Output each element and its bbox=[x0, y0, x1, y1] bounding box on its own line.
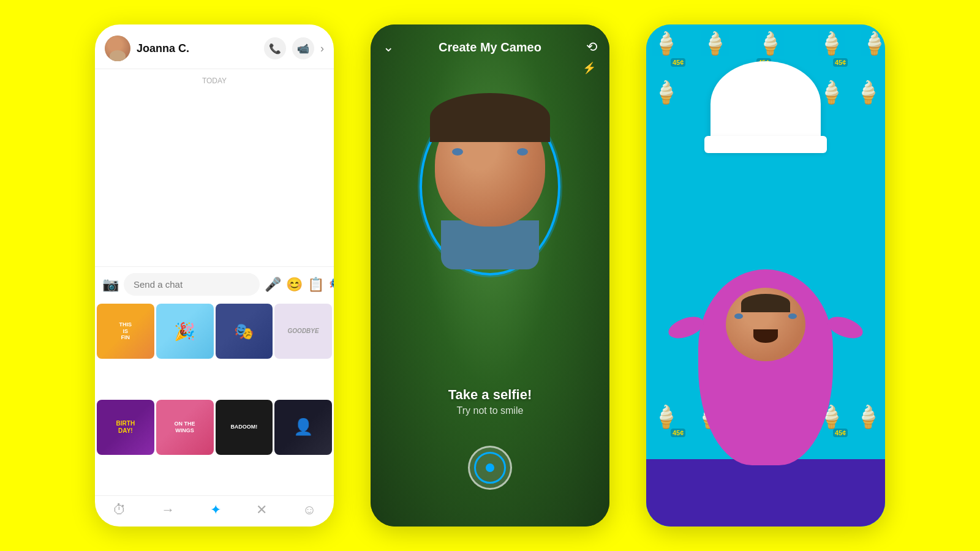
rotate-icon[interactable]: ⟲ bbox=[586, 39, 597, 55]
chat-contact-name: Joanna C. bbox=[137, 42, 258, 55]
cameo-header: ⌄ Create My Cameo ⟲ bbox=[371, 24, 609, 61]
badge-4: 45¢ bbox=[671, 429, 685, 437]
tab-emoji[interactable]: ☺ bbox=[303, 502, 316, 518]
chef-hat bbox=[710, 61, 821, 147]
chat-input[interactable] bbox=[124, 273, 260, 296]
badge-1: 45¢ bbox=[671, 58, 685, 67]
left-eye bbox=[452, 148, 463, 156]
sticker-item[interactable]: baDOOM! bbox=[216, 400, 273, 455]
sticker-item[interactable]: 🎭 bbox=[216, 304, 273, 359]
icecream-7: 🍦 bbox=[818, 80, 845, 105]
icecream-6: 🍦 bbox=[652, 80, 680, 105]
blob-body bbox=[698, 269, 833, 465]
chef-hat-brim bbox=[704, 136, 827, 153]
face-preview bbox=[426, 104, 554, 269]
shutter-inner bbox=[474, 452, 506, 484]
chat-body: TODAY bbox=[95, 69, 334, 266]
blob-eye-left bbox=[734, 313, 743, 319]
face-hair bbox=[430, 93, 550, 142]
blob-character bbox=[698, 269, 833, 465]
cameo-instructions: Take a selfie! Try not to smile bbox=[371, 387, 609, 416]
bottom-tabs: ⏱ → ✦ ✕ ☺ bbox=[95, 495, 334, 527]
icecream-4: 🍦 bbox=[818, 31, 845, 56]
chef-hat-shape bbox=[710, 61, 821, 147]
tab-active[interactable]: ✦ bbox=[210, 502, 221, 518]
call-button[interactable]: 📞 bbox=[264, 37, 286, 59]
right-eye bbox=[517, 148, 528, 156]
mic-icon[interactable]: 🎤 bbox=[265, 277, 281, 293]
selfie-prompt: Take a selfie! bbox=[371, 387, 609, 403]
sticker-item[interactable]: 🎉 bbox=[156, 304, 214, 359]
tab-trending[interactable]: → bbox=[161, 502, 175, 518]
purple-bar bbox=[646, 459, 885, 527]
sticker-item[interactable]: BIRTHDAY! bbox=[97, 400, 154, 455]
blob-face bbox=[726, 288, 805, 361]
face-eyes bbox=[452, 148, 528, 156]
sticker-item[interactable]: on thewings bbox=[156, 400, 214, 455]
shirt bbox=[441, 220, 539, 269]
bitmoji-icon[interactable]: 🎭 bbox=[329, 277, 334, 293]
video-call-button[interactable]: 📹 bbox=[292, 37, 314, 59]
icecream-5: 🍦 bbox=[861, 31, 885, 56]
today-label: TODAY bbox=[95, 77, 334, 85]
icecream-8: 🍦 bbox=[854, 80, 882, 105]
sticker-item[interactable]: Goodbye bbox=[274, 304, 332, 359]
avatar bbox=[105, 36, 130, 61]
sticker-item[interactable]: THISISFIN bbox=[97, 304, 154, 359]
phone-icon: 📞 bbox=[269, 43, 281, 54]
chat-input-bar: 📷 🎤 😊 📋 🎭 bbox=[95, 266, 334, 302]
icecream-1: 🍦 bbox=[652, 31, 680, 56]
chevron-down-icon[interactable]: ⌄ bbox=[383, 39, 394, 55]
camera-icon[interactable]: 📷 bbox=[102, 277, 119, 293]
blob-eye-right bbox=[788, 313, 797, 319]
tab-recent[interactable]: ⏱ bbox=[113, 502, 126, 518]
flash-icon[interactable]: ⚡ bbox=[582, 61, 596, 75]
icecream-3: 🍦 bbox=[756, 31, 784, 56]
blob-face-eyes bbox=[734, 313, 797, 319]
emoji-icon[interactable]: 😊 bbox=[286, 277, 303, 293]
chevron-right-icon[interactable]: › bbox=[320, 42, 324, 55]
video-icon: 📹 bbox=[297, 43, 309, 54]
badge-3: 45¢ bbox=[833, 58, 848, 67]
shutter-dot bbox=[486, 463, 494, 472]
blob-mouth bbox=[753, 329, 778, 343]
sticker-icon[interactable]: 📋 bbox=[307, 277, 324, 293]
tab-scissors[interactable]: ✕ bbox=[256, 502, 267, 518]
icecream-12: 🍦 bbox=[854, 404, 882, 430]
badge-5: 45¢ bbox=[833, 429, 848, 437]
sticker-grid: THISISFIN 🎉 🎭 Goodbye BIRTHDAY! on thewi… bbox=[95, 302, 334, 495]
shutter-button[interactable] bbox=[468, 446, 512, 490]
phone-chat: Joanna C. 📞 📹 › TODAY 📷 🎤 😊 📋 🎭 THISISFI… bbox=[95, 24, 334, 527]
blob-face-hair bbox=[741, 294, 790, 312]
icecream-9: 🍦 bbox=[652, 404, 680, 430]
chat-action-icons: 📞 📹 bbox=[264, 37, 314, 59]
phone-result: 🍦 🍦 🍦 🍦 🍦 🍦 🍦 🍦 🍦 🍦 🍦 🍦 45¢ 45¢ 45¢ 45¢ … bbox=[646, 24, 885, 527]
face-head bbox=[435, 104, 545, 227]
phone-cameo: ⌄ Create My Cameo ⟲ ⚡ Take a selfie! Try… bbox=[371, 24, 609, 527]
sticker-item[interactable]: 👤 bbox=[274, 400, 332, 455]
selfie-sub-prompt: Try not to smile bbox=[371, 405, 609, 416]
icecream-2: 🍦 bbox=[701, 31, 729, 56]
cameo-title: Create My Cameo bbox=[394, 40, 586, 54]
chat-header: Joanna C. 📞 📹 › bbox=[95, 24, 334, 69]
